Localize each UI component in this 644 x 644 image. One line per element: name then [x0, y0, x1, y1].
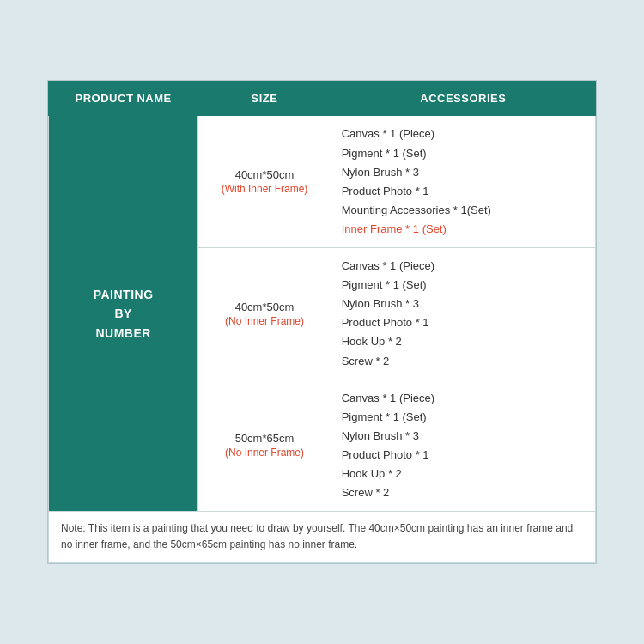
note-cell: Note: This item is a painting that you n… — [49, 512, 596, 562]
product-table-wrapper: PRODUCT NAME SIZE ACCESSORIES PAINTINGBY… — [47, 80, 597, 563]
size-cell-0: 40cm*50cm(With Inner Frame) — [198, 116, 331, 248]
product-name-cell: PAINTINGBYNUMBER — [49, 116, 198, 512]
header-size: SIZE — [198, 82, 331, 116]
accessories-cell-0: Canvas * 1 (Piece)Pigment * 1 (Set)Nylon… — [331, 116, 595, 248]
accessories-cell-1: Canvas * 1 (Piece)Pigment * 1 (Set)Nylon… — [331, 248, 595, 380]
header-accessories: ACCESSORIES — [331, 82, 595, 116]
size-cell-1: 40cm*50cm(No Inner Frame) — [198, 248, 331, 380]
size-cell-2: 50cm*65cm(No Inner Frame) — [198, 380, 331, 512]
header-product-name: PRODUCT NAME — [49, 82, 198, 116]
accessories-cell-2: Canvas * 1 (Piece)Pigment * 1 (Set)Nylon… — [331, 380, 595, 512]
